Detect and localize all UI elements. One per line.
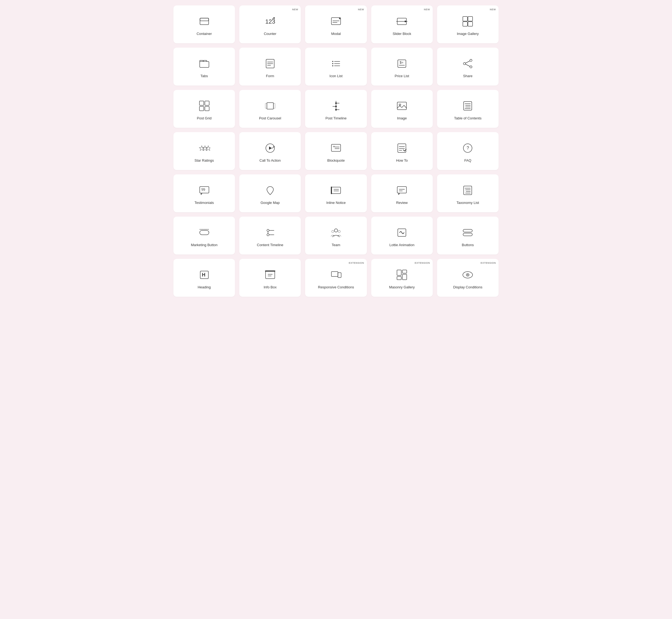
card-taxonomy-list[interactable]: Taxonomy List	[437, 175, 499, 212]
card-display-conditions[interactable]: EXTENSIONDisplay Conditions	[437, 259, 499, 297]
card-team[interactable]: Team	[305, 217, 367, 255]
post-timeline-icon	[329, 99, 343, 113]
card-share[interactable]: Share	[437, 48, 499, 85]
card-slider-block[interactable]: NEWSlider Block	[371, 5, 433, 43]
lottie-animation-icon	[395, 225, 409, 239]
svg-rect-52	[397, 102, 407, 110]
card-info-box[interactable]: Info Box	[239, 259, 301, 297]
svg-point-93	[334, 229, 338, 232]
svg-point-35	[470, 66, 472, 68]
card-price-list[interactable]: $=Price List	[371, 48, 433, 85]
card-lottie-animation[interactable]: Lottie Animation	[371, 217, 433, 255]
badge-counter: NEW	[292, 8, 298, 11]
card-inline-notice[interactable]: Inline Notice	[305, 175, 367, 212]
tabs-icon	[197, 57, 211, 71]
faq-label: FAQ	[464, 158, 471, 163]
card-heading[interactable]: HHeading	[173, 259, 235, 297]
share-label: Share	[463, 74, 473, 78]
card-content-timeline[interactable]: Content Timeline	[239, 217, 301, 255]
svg-text:99: 99	[201, 188, 205, 192]
svg-text:123: 123	[265, 18, 275, 25]
info-box-label: Info Box	[264, 285, 277, 290]
svg-text:?: ?	[467, 146, 469, 150]
team-icon	[329, 225, 343, 239]
svg-point-113	[467, 274, 468, 275]
card-image-gallery[interactable]: NEWImage Gallery	[437, 5, 499, 43]
testimonials-icon: 99	[197, 183, 211, 197]
inline-notice-label: Inline Notice	[326, 201, 346, 205]
svg-point-26	[332, 65, 333, 66]
card-marketing-button[interactable]: Marketing Button	[173, 217, 235, 255]
card-post-carousel[interactable]: Post Carousel	[239, 90, 301, 128]
badge-responsive-conditions: EXTENSION	[349, 262, 364, 264]
card-image[interactable]: Image	[371, 90, 433, 128]
svg-line-37	[466, 64, 470, 66]
card-table-of-contents[interactable]: Table of Contents	[437, 90, 499, 128]
card-modal[interactable]: NEWModal	[305, 5, 367, 43]
svg-rect-78	[397, 187, 407, 193]
card-counter[interactable]: NEW123Counter	[239, 5, 301, 43]
card-google-map[interactable]: Google Map	[239, 175, 301, 212]
icon-list-label: Icon List	[329, 74, 343, 78]
how-to-icon	[395, 141, 409, 155]
google-map-icon	[263, 183, 277, 197]
info-box-icon	[263, 268, 277, 282]
price-list-icon: $=	[395, 57, 409, 71]
svg-rect-110	[403, 274, 407, 280]
badge-masonry-gallery: EXTENSION	[415, 262, 430, 264]
form-icon	[263, 57, 277, 71]
post-carousel-label: Post Carousel	[259, 116, 281, 121]
svg-rect-74	[331, 187, 341, 194]
card-icon-list[interactable]: Icon List	[305, 48, 367, 85]
container-icon	[197, 14, 211, 28]
card-buttons[interactable]: Buttons	[437, 217, 499, 255]
card-star-ratings[interactable]: Star Ratings	[173, 132, 235, 170]
masonry-gallery-label: Masonry Gallery	[389, 285, 415, 290]
star-ratings-label: Star Ratings	[194, 158, 214, 163]
svg-point-33	[470, 59, 472, 62]
share-icon	[461, 57, 475, 71]
svg-rect-38	[199, 101, 204, 105]
responsive-conditions-label: Responsive Conditions	[318, 285, 354, 290]
card-form[interactable]: Form	[239, 48, 301, 85]
lottie-animation-label: Lottie Animation	[389, 243, 415, 248]
responsive-conditions-icon	[329, 268, 343, 282]
svg-rect-105	[331, 272, 338, 276]
svg-text:H: H	[202, 272, 205, 278]
google-map-label: Google Map	[260, 201, 280, 205]
modal-label: Modal	[331, 32, 341, 36]
svg-point-94	[332, 230, 334, 232]
svg-rect-39	[205, 101, 209, 105]
card-how-to[interactable]: How To	[371, 132, 433, 170]
card-tabs[interactable]: Tabs	[173, 48, 235, 85]
marketing-button-icon	[197, 225, 211, 239]
card-testimonials[interactable]: 99Testimonials	[173, 175, 235, 212]
svg-point-24	[332, 61, 333, 62]
svg-rect-19	[200, 62, 209, 67]
card-faq[interactable]: ?FAQ	[437, 132, 499, 170]
svg-rect-101	[265, 271, 275, 279]
card-post-grid[interactable]: Post Grid	[173, 90, 235, 128]
team-label: Team	[332, 243, 340, 248]
post-grid-label: Post Grid	[197, 116, 211, 121]
card-call-to-action[interactable]: Call To Action	[239, 132, 301, 170]
card-responsive-conditions[interactable]: EXTENSIONResponsive Conditions	[305, 259, 367, 297]
call-to-action-label: Call To Action	[260, 158, 281, 163]
svg-rect-15	[463, 16, 468, 21]
card-review[interactable]: Review	[371, 175, 433, 212]
svg-rect-44	[273, 104, 275, 108]
svg-rect-98	[463, 233, 472, 236]
display-conditions-icon	[461, 268, 475, 282]
svg-rect-1	[200, 18, 209, 21]
card-post-timeline[interactable]: Post Timeline	[305, 90, 367, 128]
image-icon	[395, 99, 409, 113]
card-masonry-gallery[interactable]: EXTENSIONMasonry Gallery	[371, 259, 433, 297]
blockquote-label: Blockquote	[327, 158, 345, 163]
card-container[interactable]: Container	[173, 5, 235, 43]
card-blockquote[interactable]: "Blockquote	[305, 132, 367, 170]
table-of-contents-icon	[461, 99, 475, 113]
svg-rect-106	[338, 273, 341, 278]
marketing-button-label: Marketing Button	[191, 243, 217, 248]
svg-point-12	[405, 20, 406, 22]
badge-modal: NEW	[358, 8, 364, 11]
